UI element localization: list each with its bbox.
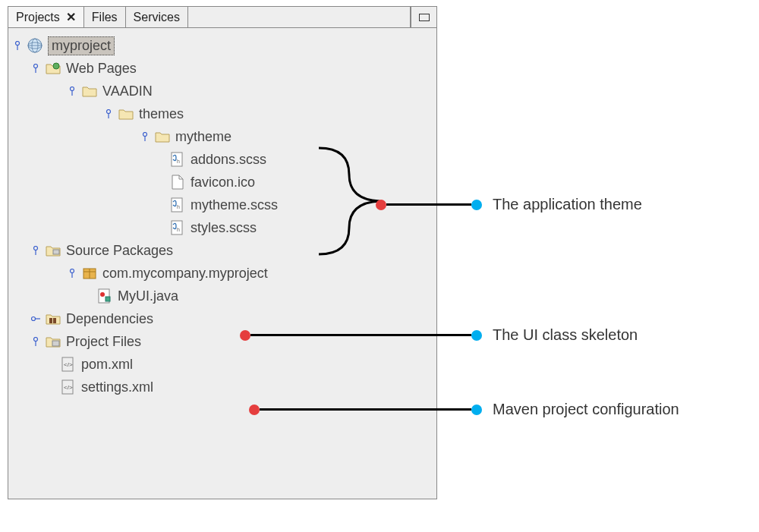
svg-point-9	[71, 87, 74, 91]
node-label: styles.scss	[191, 220, 257, 236]
svg-point-8	[53, 63, 59, 69]
folder-icon	[81, 83, 98, 99]
tree-node-myproject[interactable]: myproject	[13, 34, 432, 57]
annotation-label: Maven project configuration	[493, 401, 679, 418]
tab-bar: Projects ✕ Files Services	[8, 7, 436, 28]
node-label: Dependencies	[66, 311, 153, 327]
folder-libs-icon	[45, 310, 61, 327]
toggle-expanded-icon[interactable]	[140, 132, 150, 141]
tab-services-label: Services	[134, 11, 180, 24]
tree-node-vaadin[interactable]: VAADIN	[13, 80, 432, 102]
annotation-dot-red-icon	[249, 405, 260, 415]
svg-point-11	[107, 110, 111, 114]
toggle-expanded-icon[interactable]	[31, 64, 40, 73]
folder-web-icon	[45, 60, 61, 77]
tree-node-pom-xml[interactable]: </> pom.xml	[13, 353, 432, 376]
package-icon	[81, 265, 98, 282]
annotation-line	[260, 408, 471, 411]
node-label: Project Files	[66, 334, 141, 350]
tree-node-package[interactable]: com.mycompany.myproject	[13, 262, 432, 285]
svg-rect-38	[52, 341, 59, 346]
tree-node-settings-xml[interactable]: </> settings.xml	[13, 376, 432, 398]
node-label: MyUI.java	[118, 288, 178, 304]
node-label: favicon.ico	[191, 175, 255, 190]
close-icon[interactable]: ✕	[66, 10, 76, 24]
folder-project-icon	[45, 333, 61, 350]
svg-rect-23	[53, 250, 59, 254]
svg-point-21	[34, 247, 38, 250]
node-label: themes	[139, 106, 184, 122]
node-label: pom.xml	[81, 357, 133, 373]
globe-icon	[27, 37, 43, 54]
svg-point-36	[34, 338, 38, 342]
svg-point-6	[34, 65, 38, 68]
annotation-dot-blue-icon	[471, 330, 482, 341]
folder-icon	[118, 105, 134, 122]
project-tree: myproject Web Pages VAADIN themes	[8, 28, 436, 499]
svg-point-13	[143, 133, 147, 137]
toggle-collapsed-icon[interactable]	[31, 314, 40, 323]
svg-point-24	[71, 269, 74, 273]
tab-files-label: Files	[92, 11, 118, 24]
tab-projects-label: Projects	[16, 11, 60, 24]
svg-text:h: h	[177, 159, 180, 164]
tab-services[interactable]: Services	[126, 7, 188, 27]
svg-rect-34	[49, 318, 52, 323]
xml-file-icon: </>	[60, 356, 77, 373]
toggle-expanded-icon[interactable]	[13, 41, 22, 50]
toggle-expanded-icon[interactable]	[31, 246, 40, 255]
svg-text:h: h	[177, 227, 180, 232]
scss-file-icon: h	[169, 197, 186, 213]
annotation-label: The UI class skeleton	[493, 326, 638, 344]
annotation-ui-class: The UI class skeleton	[240, 326, 638, 344]
folder-icon	[154, 128, 171, 145]
tab-projects[interactable]: Projects ✕	[8, 7, 84, 27]
svg-point-0	[16, 42, 20, 46]
node-label: settings.xml	[81, 379, 153, 395]
file-icon	[169, 174, 186, 190]
tab-files[interactable]: Files	[84, 7, 126, 27]
toggle-expanded-icon[interactable]	[68, 269, 77, 278]
annotation-label: The application theme	[493, 196, 642, 213]
node-label: Web Pages	[66, 61, 137, 77]
toggle-expanded-icon[interactable]	[104, 109, 113, 118]
svg-rect-35	[53, 318, 56, 323]
node-label: com.mycompany.myproject	[102, 266, 268, 282]
tree-node-webpages[interactable]: Web Pages	[13, 57, 432, 80]
node-label: Source Packages	[66, 243, 173, 259]
tree-node-themes[interactable]: themes	[13, 102, 432, 125]
svg-point-32	[32, 317, 36, 321]
svg-text:h: h	[177, 204, 180, 209]
xml-file-icon: </>	[60, 379, 77, 395]
annotation-dot-red-icon	[240, 330, 250, 341]
minimize-icon	[419, 14, 430, 21]
toggle-expanded-icon[interactable]	[68, 87, 77, 96]
annotation-line	[250, 334, 471, 336]
node-label: addons.scss	[191, 152, 266, 168]
annotation-theme: The application theme	[376, 196, 642, 213]
annotation-dot-blue-icon	[471, 200, 482, 210]
annotation-line	[386, 203, 471, 206]
minimize-button[interactable]	[411, 7, 436, 27]
toggle-expanded-icon[interactable]	[31, 337, 40, 346]
svg-text:</>: </>	[64, 384, 73, 391]
annotation-dot-blue-icon	[471, 405, 482, 415]
scss-file-icon: h	[169, 151, 186, 168]
tab-spacer	[188, 7, 411, 27]
svg-rect-31	[106, 297, 110, 301]
annotation-dot-red-icon	[376, 200, 386, 210]
folder-source-icon	[45, 242, 61, 259]
node-label: myproject	[48, 36, 115, 55]
annotation-maven: Maven project configuration	[249, 401, 679, 418]
svg-text:</>: </>	[64, 361, 73, 368]
node-label: mytheme	[175, 129, 231, 145]
node-label: mytheme.scss	[191, 197, 278, 213]
svg-point-30	[100, 292, 105, 297]
tree-node-myui-java[interactable]: MyUI.java	[13, 285, 432, 307]
scss-file-icon: h	[169, 219, 186, 236]
node-label: VAADIN	[102, 83, 153, 99]
java-class-icon	[96, 288, 113, 304]
